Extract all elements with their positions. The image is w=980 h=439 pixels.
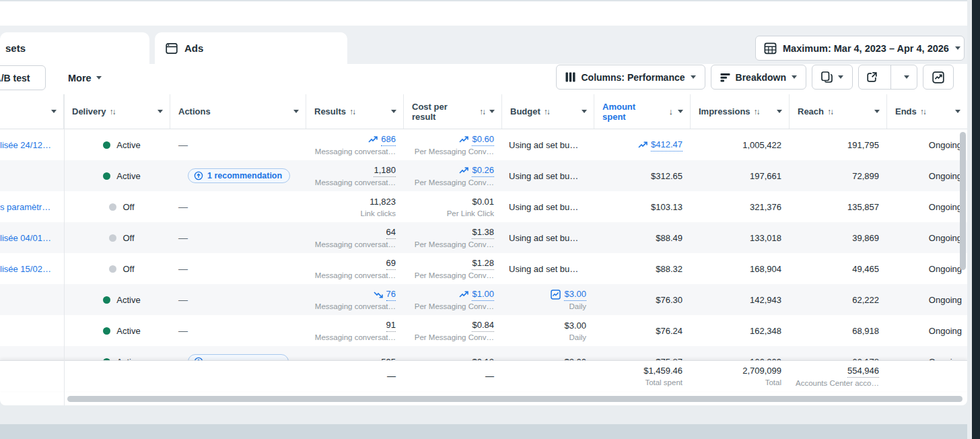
cost-per-result-value[interactable]: $1.28 <box>472 257 494 270</box>
results-value[interactable]: 11,823 <box>370 195 396 208</box>
reach-value: 72,899 <box>852 170 879 182</box>
chevron-down-icon[interactable] <box>955 110 960 113</box>
reach-value: 68,918 <box>852 325 879 337</box>
impressions-value: 162,348 <box>750 325 781 337</box>
totals-amount-spent-label: Total spent <box>645 377 682 388</box>
header-delivery[interactable]: Delivery↑↓ <box>64 94 170 129</box>
amount-spent-value[interactable]: $412.47 <box>651 138 682 151</box>
header-ends[interactable]: Ends↑↓ <box>887 94 967 129</box>
budget-value[interactable]: $3.00 <box>564 319 586 332</box>
amount-spent-value[interactable]: $88.49 <box>656 232 682 244</box>
columns-button[interactable]: Columns: Performance <box>556 65 705 90</box>
recommendation-badge[interactable] <box>188 354 289 360</box>
budget-value[interactable]: Using ad set bu… <box>509 170 578 182</box>
amount-spent-value[interactable]: $76.24 <box>656 325 682 337</box>
chevron-down-icon[interactable] <box>158 110 163 113</box>
results-value[interactable]: 76 <box>386 288 396 301</box>
budget-value[interactable]: Using ad set bu… <box>509 139 578 151</box>
totals-reach-label: Accounts Center acco… <box>796 378 879 389</box>
amount-spent-value[interactable]: $103.13 <box>651 201 682 213</box>
results-type: Messaging conversat… <box>315 332 396 343</box>
amount-spent-value[interactable]: $76.30 <box>656 294 682 306</box>
sort-icon[interactable]: ↑↓ <box>544 107 549 116</box>
clipped-side-panel <box>972 0 980 439</box>
divider <box>890 65 891 89</box>
tab-ad-sets[interactable]: sets <box>0 32 149 64</box>
charts-icon <box>932 71 944 83</box>
totals-reach[interactable]: 554,946 <box>847 364 879 378</box>
header-name[interactable] <box>0 94 64 129</box>
results-value[interactable]: 686 <box>381 133 396 146</box>
header-budget[interactable]: Budget↑↓ <box>502 94 594 129</box>
tab-ads[interactable]: Ads <box>155 32 347 64</box>
sort-icon[interactable]: ↑↓ <box>349 107 355 116</box>
amount-spent-value[interactable]: $312.65 <box>651 170 682 182</box>
ends-value: Ongoing <box>929 170 962 182</box>
export-button[interactable] <box>859 65 885 89</box>
cost-per-result-value[interactable]: $0.01 <box>472 195 494 208</box>
sort-descending-icon[interactable]: ↓ <box>669 106 674 116</box>
sort-icon[interactable]: ↑↓ <box>754 107 759 116</box>
chevron-down-icon[interactable] <box>51 110 57 113</box>
ad-name-link[interactable]: lisée 15/02… <box>0 264 60 274</box>
header-impressions[interactable]: Impressions↑↓ <box>691 94 790 129</box>
view-charts-button[interactable] <box>923 65 954 90</box>
header-actions[interactable]: Actions <box>170 94 306 129</box>
reach-value: 62,222 <box>852 294 879 306</box>
recommendation-badge[interactable]: 1 recommendation <box>188 168 290 183</box>
delivery-status-label: Off <box>123 264 134 274</box>
tab-strip: sets Ads Maximum: Mar 4, 2023 – Apr 4, 2… <box>0 26 972 64</box>
header-reach[interactable]: Reach↑↓ <box>790 94 887 129</box>
sort-icon[interactable]: ↑↓ <box>920 107 925 116</box>
impressions-value: 197,661 <box>750 170 781 182</box>
budget-value[interactable]: Using ad set bu… <box>509 201 578 213</box>
chevron-down-icon[interactable] <box>391 110 396 113</box>
budget-value[interactable]: Using ad set bu… <box>509 263 578 275</box>
cost-per-result-value[interactable]: $0.26 <box>472 164 494 177</box>
sort-icon[interactable]: ↑↓ <box>479 107 485 116</box>
budget-value[interactable]: $3.00 <box>564 356 586 361</box>
reports-button[interactable] <box>812 65 853 90</box>
horizontal-scrollbar[interactable] <box>67 396 963 402</box>
budget-value[interactable]: $3.00 <box>564 288 586 301</box>
chevron-down-icon[interactable] <box>874 110 880 113</box>
cost-per-result-value[interactable]: $1.00 <box>472 288 494 301</box>
ad-name-link[interactable]: lisée 04/01… <box>0 233 60 243</box>
table-row: Active — 76 Messaging conversat… <box>0 284 967 315</box>
ad-name-link[interactable]: lisée 24/12… <box>0 140 60 150</box>
chevron-down-icon[interactable] <box>777 110 782 113</box>
cost-per-result-value[interactable]: $0.60 <box>472 133 494 146</box>
amount-spent-value[interactable]: $75.87 <box>656 356 682 361</box>
more-button[interactable]: More <box>59 65 110 90</box>
results-value[interactable]: 64 <box>386 226 396 239</box>
results-value[interactable]: 69 <box>386 257 396 270</box>
table-row: lisée 24/12… Active — 686 Messaging conv… <box>0 129 967 160</box>
cost-per-result-value[interactable]: $0.13 <box>472 356 494 361</box>
header-amount-spent[interactable]: Amount spent↓ <box>594 94 691 129</box>
chevron-down-icon[interactable] <box>489 110 495 113</box>
breakdown-button[interactable]: Breakdown <box>711 65 806 90</box>
chevron-down-icon[interactable] <box>582 110 587 113</box>
cost-per-result-value[interactable]: $1.38 <box>472 226 494 239</box>
chevron-down-icon[interactable] <box>293 110 299 113</box>
chevron-down-icon[interactable] <box>678 110 683 113</box>
results-value[interactable]: 91 <box>386 318 396 332</box>
reach-value: 135,857 <box>847 201 879 213</box>
vertical-scrollbar[interactable] <box>960 132 966 270</box>
sort-icon[interactable]: ↑↓ <box>827 107 833 116</box>
export-options-button[interactable] <box>897 65 917 89</box>
amount-spent-value[interactable]: $88.32 <box>656 263 682 275</box>
results-value[interactable]: 1,180 <box>374 164 396 177</box>
ad-name-link[interactable]: s paramètr… <box>0 202 60 212</box>
sort-icon[interactable]: ↑↓ <box>110 107 115 116</box>
totals-results: — <box>387 370 396 382</box>
header-cost-per-result[interactable]: Cost per result↑↓ <box>404 94 502 129</box>
results-value[interactable]: 595 <box>381 356 396 361</box>
cost-per-result-value[interactable]: $0.84 <box>472 318 494 332</box>
budget-value[interactable]: Using ad set bu… <box>509 232 578 244</box>
delivery-status-label: Active <box>116 140 140 150</box>
date-range-button[interactable]: Maximum: Mar 4, 2023 – Apr 4, 2026 <box>755 36 965 61</box>
ab-test-button[interactable]: A/B test <box>0 65 46 90</box>
ends-value: Ongoing <box>929 263 962 275</box>
header-results[interactable]: Results↑↓ <box>306 94 404 129</box>
